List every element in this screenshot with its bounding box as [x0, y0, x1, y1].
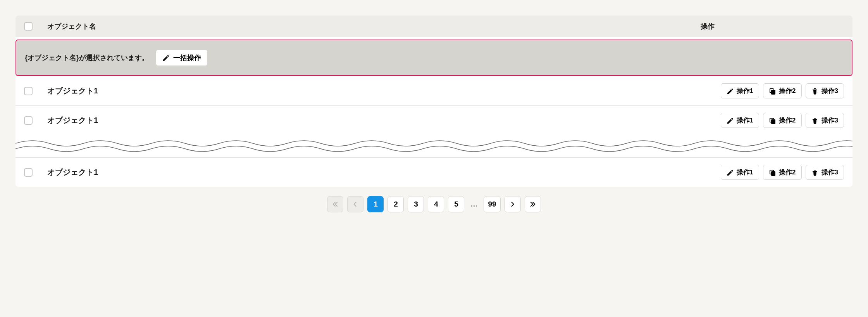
pencil-icon [727, 88, 734, 95]
copy-button[interactable]: 操作2 [763, 113, 801, 128]
copy-button[interactable]: 操作2 [763, 83, 801, 98]
pagination-page-button[interactable]: 3 [408, 196, 424, 212]
edit-button[interactable]: 操作1 [721, 83, 759, 98]
pagination-last-button[interactable] [525, 196, 541, 212]
copy-icon [769, 117, 776, 124]
pencil-icon [162, 54, 169, 61]
copy-icon [769, 169, 776, 176]
table-header: オブジェクト名 操作 [16, 16, 852, 37]
action-label: 操作3 [822, 168, 838, 177]
pagination-page-button[interactable]: 5 [448, 196, 464, 212]
chevron-right-icon [510, 201, 516, 207]
pagination-page-button[interactable]: 99 [484, 196, 500, 212]
selection-bar: {オブジェクト名}が選択されています。 一括操作 [16, 40, 852, 76]
pagination-page-button[interactable]: 4 [428, 196, 444, 212]
action-label: 操作1 [737, 86, 753, 95]
pencil-icon [727, 117, 734, 124]
row-name: オブジェクト1 [47, 167, 721, 177]
action-label: 操作1 [737, 116, 753, 125]
edit-button[interactable]: 操作1 [721, 113, 759, 128]
table-row: オブジェクト1 操作1 操作2 操作3 [16, 157, 852, 187]
delete-button[interactable]: 操作3 [806, 165, 844, 180]
bulk-action-label: 一括操作 [173, 53, 201, 62]
double-chevron-left-icon [332, 201, 338, 207]
copy-button[interactable]: 操作2 [763, 165, 801, 180]
data-table: オブジェクト名 操作 {オブジェクト名}が選択されています。 一括操作 オブジェ… [16, 16, 852, 187]
pagination-page-button[interactable]: 2 [388, 196, 404, 212]
edit-button[interactable]: 操作1 [721, 165, 759, 180]
pencil-icon [727, 169, 734, 176]
action-label: 操作1 [737, 168, 753, 177]
pagination: 1 2 3 4 5 … 99 [16, 187, 852, 214]
action-label: 操作3 [822, 116, 838, 125]
delete-button[interactable]: 操作3 [806, 83, 844, 98]
table-row: オブジェクト1 操作1 操作2 操作3 [16, 76, 852, 105]
trash-icon [811, 117, 818, 124]
row-checkbox[interactable] [24, 168, 33, 177]
row-checkbox-cell [24, 87, 47, 95]
row-checkbox[interactable] [24, 116, 33, 125]
row-checkbox-cell [24, 116, 47, 125]
table-row: オブジェクト1 操作1 操作2 操作3 [16, 105, 852, 135]
selection-message: {オブジェクト名}が選択されています。 [25, 53, 149, 62]
row-actions: 操作1 操作2 操作3 [721, 165, 844, 180]
delete-button[interactable]: 操作3 [806, 113, 844, 128]
action-label: 操作2 [779, 168, 796, 177]
row-name: オブジェクト1 [47, 86, 721, 96]
truncation-separator [16, 135, 852, 157]
row-checkbox-cell [24, 168, 47, 177]
header-name-col: オブジェクト名 [47, 22, 697, 31]
row-checkbox[interactable] [24, 87, 33, 95]
pagination-prev-button[interactable] [347, 196, 363, 212]
select-all-checkbox[interactable] [24, 22, 33, 31]
double-chevron-right-icon [530, 201, 536, 207]
pagination-ellipsis: … [468, 200, 480, 208]
pagination-page-button[interactable]: 1 [367, 196, 384, 212]
row-actions: 操作1 操作2 操作3 [721, 83, 844, 98]
chevron-left-icon [352, 201, 358, 207]
copy-icon [769, 88, 776, 95]
row-actions: 操作1 操作2 操作3 [721, 113, 844, 128]
action-label: 操作2 [779, 86, 796, 95]
action-label: 操作2 [779, 116, 796, 125]
pagination-next-button[interactable] [505, 196, 521, 212]
trash-icon [811, 88, 818, 95]
bulk-action-button[interactable]: 一括操作 [156, 50, 208, 66]
row-name: オブジェクト1 [47, 115, 721, 126]
action-label: 操作3 [822, 86, 838, 95]
header-checkbox-cell [24, 22, 47, 31]
pagination-first-button[interactable] [327, 196, 343, 212]
trash-icon [811, 169, 818, 176]
header-actions-col: 操作 [697, 22, 844, 31]
